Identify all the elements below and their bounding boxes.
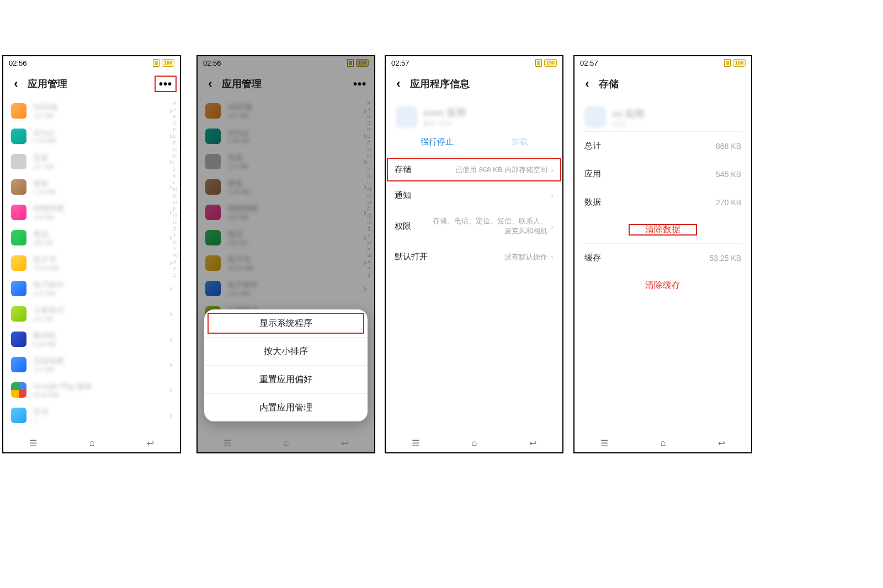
list-item[interactable]: 百度117 MB› [3, 149, 180, 174]
alpha-index-letter[interactable]: A [368, 107, 373, 113]
alpha-index-letter[interactable]: C [173, 120, 178, 126]
list-item[interactable]: 电子邮件3.47 MB› [198, 276, 374, 301]
alpha-index-letter[interactable]: I [368, 160, 373, 166]
alpha-index-letter[interactable]: N [173, 193, 178, 199]
alpha-index-letter[interactable]: V [368, 246, 373, 252]
nav-home-icon[interactable]: ⌂ [284, 438, 289, 448]
alpha-index-letter[interactable]: Q [173, 213, 178, 219]
alpha-index-letter[interactable]: G [173, 147, 178, 153]
more-icon[interactable]: ••• [352, 79, 368, 89]
alpha-index-letter[interactable]: F [173, 140, 178, 146]
nav-home-icon[interactable]: ⌂ [472, 438, 477, 448]
list-item[interactable]: 便签1.34 MB› [198, 174, 374, 200]
clear-data-button[interactable]: 清除数据 [575, 216, 751, 243]
alpha-index-letter[interactable]: U [368, 239, 373, 245]
menu-reset-preferences[interactable]: 重置应用偏好 [204, 365, 368, 393]
alpha-index-letter[interactable]: W [368, 253, 373, 259]
alpha-index-letter[interactable]: R [368, 220, 373, 226]
nav-recent-icon[interactable]: ☰ [224, 438, 231, 448]
alpha-index-letter[interactable]: E [368, 133, 373, 140]
list-item[interactable]: 哔哩哔哩120 MB› [198, 200, 374, 225]
alpha-index-letter[interactable]: B [368, 114, 373, 120]
alpha-index-letter[interactable]: J [173, 167, 178, 173]
alpha-index-letter[interactable]: U [173, 239, 178, 245]
alpha-index-letter[interactable]: M [173, 186, 178, 193]
row-permissions[interactable]: 权限 存储、电话、定位、短信、联系人、麦克风和相机 › [386, 209, 562, 244]
nav-back-icon[interactable]: ↩ [718, 438, 725, 448]
menu-builtin-app-mgmt[interactable]: 内置应用管理 [204, 393, 368, 421]
list-item[interactable]: 电话256 KB› [3, 225, 180, 250]
alpha-index-letter[interactable]: C [368, 120, 373, 126]
alpha-index-letter[interactable]: X [368, 259, 373, 265]
alpha-index-letter[interactable]: S [368, 226, 373, 232]
alpha-index-letter[interactable]: D [368, 127, 373, 133]
alpha-index-letter[interactable]: Y [173, 266, 178, 272]
back-icon[interactable]: ‹ [204, 78, 216, 90]
alpha-index-letter[interactable]: D [173, 127, 178, 133]
alpha-index-letter[interactable]: Z [368, 272, 373, 279]
list-item[interactable]: 儿童模式211 KB› [3, 301, 180, 327]
alpha-index-letter[interactable]: I [173, 160, 178, 166]
back-icon[interactable]: ‹ [10, 78, 22, 90]
back-icon[interactable]: ‹ [392, 78, 405, 90]
alpha-index-letter[interactable]: R [173, 220, 178, 226]
list-item[interactable]: 电话256 KB› [198, 225, 374, 250]
nav-back-icon[interactable]: ↩ [147, 438, 154, 448]
alpha-index-letter[interactable]: W [173, 253, 178, 259]
alpha-index-letter[interactable]: S [173, 226, 178, 232]
alpha-index-letter[interactable]: # [368, 100, 373, 106]
more-icon[interactable]: ••• [158, 79, 173, 89]
alpha-index-letter[interactable]: Z [173, 272, 178, 279]
list-item[interactable]: AiTool2.84 MB› [198, 124, 374, 149]
list-item[interactable]: 哔哩哔哩120 MB› [3, 200, 180, 225]
row-storage[interactable]: 存储 已使用 868 KB 内部存储空间 › [386, 157, 562, 183]
nav-home-icon[interactable]: ⌂ [89, 438, 95, 448]
alpha-index-letter[interactable]: P [368, 206, 373, 212]
list-item[interactable]: 电子邮件3.47 MB› [3, 276, 180, 301]
nav-recent-icon[interactable]: ☰ [412, 438, 419, 448]
alpha-index-letter[interactable]: X [173, 259, 178, 265]
alpha-index-letter[interactable]: K [368, 173, 373, 179]
alpha-index-letter[interactable]: F [368, 140, 373, 146]
alpha-index-letter[interactable]: Y [368, 266, 373, 272]
alpha-index-letter[interactable]: Q [368, 213, 373, 219]
alpha-index-letter[interactable]: E [173, 133, 178, 140]
row-notifications[interactable]: 通知 › [386, 183, 562, 209]
menu-show-system-apps[interactable]: 显示系统程序 [204, 309, 368, 337]
row-open-default[interactable]: 默认打开 没有默认操作 › [386, 244, 562, 270]
alpha-index-letter[interactable]: A [173, 107, 178, 113]
nav-home-icon[interactable]: ⌂ [661, 438, 666, 448]
list-item[interactable]: 电子书79.63 MB› [3, 250, 180, 276]
nav-back-icon[interactable]: ↩ [341, 438, 348, 448]
clear-cache-button[interactable]: 清除缓存 [575, 272, 751, 299]
menu-sort-by-size[interactable]: 按大小排序 [204, 337, 368, 365]
list-item[interactable]: Google Play 服务35.84 MB› [3, 377, 180, 403]
alpha-index[interactable]: #ABCDEFGHIJKLMNOPQRSTUVWXYZ [173, 98, 178, 428]
alpha-index-letter[interactable]: P [173, 206, 178, 212]
alpha-index-letter[interactable]: K [173, 173, 178, 179]
force-stop-button[interactable]: 强行停止 [421, 137, 454, 147]
nav-recent-icon[interactable]: ☰ [29, 438, 37, 448]
list-item[interactable]: 58同城107 MB› [198, 98, 374, 124]
list-item[interactable]: 百度117 MB› [198, 149, 374, 174]
alpha-index-letter[interactable]: O [368, 200, 373, 206]
alpha-index-letter[interactable]: N [368, 193, 373, 199]
alpha-index[interactable]: #ABCDEFGHIJKLMNOPQRSTUVWXYZ [368, 98, 373, 327]
list-item[interactable]: 电子书79.63 MB› [198, 250, 374, 276]
list-item[interactable]: 互传—› [3, 403, 180, 428]
alpha-index-letter[interactable]: H [368, 153, 373, 159]
list-item[interactable]: 58同城107 MB› [3, 98, 180, 124]
alpha-index-letter[interactable]: J [368, 167, 373, 173]
alpha-index-letter[interactable]: G [368, 147, 373, 153]
list-item[interactable]: 便签1.34 MB› [3, 174, 180, 200]
list-item[interactable]: 高德地图114 MB› [3, 352, 180, 377]
alpha-index-letter[interactable]: B [173, 114, 178, 120]
alpha-index-letter[interactable]: H [173, 153, 178, 159]
nav-back-icon[interactable]: ↩ [529, 438, 536, 448]
alpha-index-letter[interactable]: # [173, 100, 178, 106]
alpha-index-letter[interactable]: L [173, 180, 178, 186]
alpha-index-letter[interactable]: L [368, 180, 373, 186]
alpha-index-letter[interactable]: V [173, 246, 178, 252]
alpha-index-letter[interactable]: T [368, 233, 373, 239]
alpha-index-letter[interactable]: T [173, 233, 178, 239]
